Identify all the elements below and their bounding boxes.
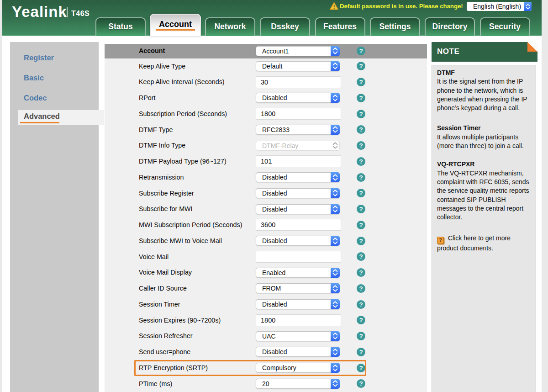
svg-text:!: ! [333,4,335,10]
